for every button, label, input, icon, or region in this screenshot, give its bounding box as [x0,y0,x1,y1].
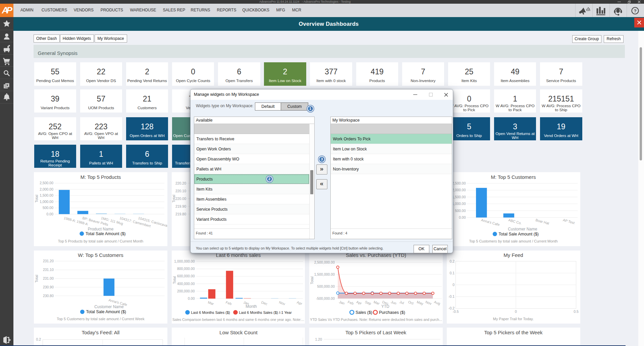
svg-text:Customer Name: Customer Name [94,304,124,309]
svg-text:Last 6 Months Sales ($) /-1 Ye: Last 6 Months Sales ($) /-1 Year [239,310,291,315]
svg-text:Feb: Feb [225,300,232,305]
svg-text:0.2: 0.2 [36,337,41,341]
svg-text:1,000,000.00: 1,000,000.00 [174,259,195,263]
svg-text:2,000.00: 2,000.00 [452,188,466,192]
svg-text:2,000.00: 2,000.00 [40,187,53,191]
svg-text:Mar: Mar [373,299,380,305]
svg-text:Dec: Dec [261,300,268,305]
svg-text:W: Top 5 Customers: W: Top 5 Customers [78,252,123,258]
svg-text:Nov: Nov [425,299,432,305]
svg-text:220.10: 220.10 [175,189,186,193]
svg-text:231.20: 231.20 [43,259,54,263]
svg-text:Apr: Apr [356,299,363,305]
svg-text:M: Top 5 Customers: M: Top 5 Customers [491,174,536,180]
svg-text:YTD Sales Vs YTD Purchases. No: YTD Sales Vs YTD Purchases. Note: Return… [310,317,442,321]
svg-text:0.00: 0.00 [459,215,466,219]
svg-text:Low Stock Count: Low Stock Count [219,329,258,335]
svg-text:600,000.00: 600,000.00 [177,274,195,278]
svg-text:230.80: 230.80 [43,293,54,297]
svg-text:Total Sale Amount ($): Total Sale Amount ($) [86,231,126,236]
svg-text:1,500,000.00: 1,500,000.00 [314,272,335,276]
svg-text:Aug: Aug [434,299,441,305]
svg-text:Month: Month [246,304,257,308]
svg-text:219.80: 219.80 [175,212,186,216]
svg-text:-500,000.00: -500,000.00 [316,296,335,300]
svg-text:My Feed: My Feed [503,252,523,258]
svg-text:Total: Total [310,276,314,284]
svg-text:May: May [416,299,424,305]
svg-text:400,000.00: 400,000.00 [177,281,195,285]
svg-text:231.00: 231.00 [43,276,54,280]
svg-text:Mar: Mar [207,300,214,305]
svg-text:Top 5 Pickers of Last Week: Top 5 Pickers of Last Week [345,329,407,335]
svg-text:231.10: 231.10 [43,268,54,272]
svg-text:Total: Total [35,275,39,282]
svg-text:AP Test: AP Test [562,218,575,225]
svg-text:Boar Hat: Boar Hat [535,218,550,225]
svg-text:220.20: 220.20 [175,181,186,185]
svg-text:Top 5 Products by total sale a: Top 5 Products by total sale amount / Cu… [58,239,143,243]
svg-text:Sales ($): Sales ($) [356,310,372,315]
svg-text:2,500.00: 2,500.00 [40,181,53,185]
svg-text:Oct: Oct [408,299,414,305]
svg-text:Last 6 Months Sales ($): Last 6 Months Sales ($) [191,310,230,315]
svg-text:2,500,000.00: 2,500,000.00 [314,260,335,264]
svg-text:Top 5 Customers by total sale: Top 5 Customers by total sale amount / C… [469,239,557,243]
svg-text:Jul: Jul [399,299,405,305]
svg-text:1,000.00: 1,000.00 [40,200,53,204]
svg-text:Sales Comparison between last: Sales Comparison between last 6 months a… [172,317,304,321]
svg-text:Apr: Apr [296,300,303,305]
svg-text:0.2: 0.2 [449,259,454,263]
svg-text:My Paper Trail for Today.: My Paper Trail for Today. [493,317,534,321]
svg-text:Total Sale Amount ($): Total Sale Amount ($) [499,232,539,236]
svg-text:Sep: Sep [365,299,372,305]
svg-text:0: 0 [452,282,454,286]
svg-text:1,500.00: 1,500.00 [452,195,466,199]
svg-text:Product Name: Product Name [88,227,114,231]
svg-text:1,000.00: 1,000.00 [452,202,466,206]
svg-text:0: 0 [515,309,517,313]
svg-text:0.5: 0.5 [574,309,579,313]
svg-text:500,000.00: 500,000.00 [317,284,335,288]
svg-text:Feb: Feb [347,299,354,305]
svg-text:Anna's Cafe: Anna's Cafe [481,218,500,226]
svg-text:200,000.00: 200,000.00 [177,289,195,293]
svg-text:Total: Total [172,276,176,284]
svg-text:0.00: 0.00 [188,296,195,300]
svg-text:230.90: 230.90 [43,285,54,289]
svg-text:1.20: 1.20 [315,337,322,341]
svg-text:-0.1: -0.1 [448,294,454,298]
svg-text:YTD: YTD [381,304,389,308]
svg-text:0.1: 0.1 [449,271,454,275]
svg-text:?: ? [634,8,637,13]
svg-text:Purchases ($): Purchases ($) [379,310,405,315]
svg-text:Today's Feed: All: Today's Feed: All [82,329,120,335]
svg-text:Top 5 Pickers of the Week: Top 5 Pickers of the Week [484,329,543,335]
svg-text:219.90: 219.90 [175,204,186,208]
svg-text:Nov: Nov [278,300,286,305]
svg-text:Total Sale Amount ($): Total Sale Amount ($) [86,309,126,314]
svg-text:Total: Total [35,195,39,202]
svg-text:ABC Co.: ABC Co. [508,218,522,225]
svg-text:1,500.00: 1,500.00 [40,193,53,197]
svg-text:Jan: Jan [338,299,345,305]
svg-text:-0.5: -0.5 [452,309,459,313]
svg-text:800,000.00: 800,000.00 [177,267,195,271]
svg-text:2,500.00: 2,500.00 [452,181,466,185]
svg-text:Customer Name: Customer Name [508,227,537,231]
svg-text:0.00: 0.00 [47,212,54,216]
svg-text:Jun: Jun [390,299,397,305]
svg-text:500.00: 500.00 [455,209,466,213]
svg-text:M: Top 5 Products: M: Top 5 Products [80,174,121,180]
svg-text:Total: Total [172,195,176,202]
svg-text:220.00: 220.00 [175,197,186,201]
svg-text:Top 5 Customers by total sale: Top 5 Customers by total sale amount / C… [57,317,145,321]
svg-text:500.00: 500.00 [43,206,53,210]
